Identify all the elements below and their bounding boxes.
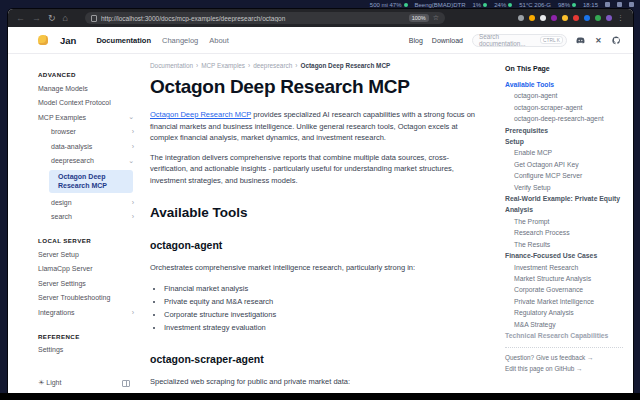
breadcrumb-item-current: Octagon Deep Research MCP (300, 62, 390, 69)
docs-sidebar: ADVANCED Manage Models Model Context Pro… (8, 54, 140, 393)
breadcrumb-item[interactable]: MCP Examples (201, 62, 245, 69)
extension-icon[interactable] (606, 15, 612, 21)
sidebar-item-deepresearch[interactable]: deepresearch⌄ (38, 154, 134, 169)
x-twitter-icon[interactable]: ✕ (594, 36, 603, 45)
breadcrumb-item[interactable]: Documentation (150, 62, 193, 69)
nav-about[interactable]: About (209, 36, 229, 45)
toc-link-investment-research[interactable]: Investment Research (505, 262, 623, 273)
forward-button-icon[interactable]: → (32, 9, 41, 27)
tool1-bullet-list: Financial market analysis Private equity… (164, 282, 485, 334)
sidebar-item-browser[interactable]: browser› (38, 125, 134, 140)
toc-link-the-results[interactable]: The Results (505, 239, 623, 250)
toc-link-octagon-deep-research-agent[interactable]: octagon-deep-research-agent (505, 113, 623, 124)
reload-button-icon[interactable]: ↻ (48, 9, 56, 27)
extension-icon[interactable] (540, 15, 546, 21)
browser-menu-icon[interactable]: ⋮ (617, 14, 625, 22)
extension-icon[interactable] (562, 15, 568, 21)
bookmark-icon[interactable]: ☆ (433, 14, 439, 22)
tool1-description: Orchestrates comprehensive market intell… (150, 262, 485, 274)
tray-icon[interactable] (629, 2, 634, 7)
toc-link-prerequisites[interactable]: Prerequisites (505, 125, 623, 136)
sidebar-item-data-analysis[interactable]: data-analysis› (38, 139, 134, 154)
top-nav: Documentation Changelog About (96, 36, 228, 45)
extension-icon[interactable] (551, 15, 557, 21)
extension-icon[interactable] (584, 15, 590, 21)
sidebar-item-settings[interactable]: Settings (38, 343, 134, 358)
blog-link[interactable]: Blog (409, 37, 423, 44)
theme-toggle[interactable]: ☀ Light (38, 379, 61, 387)
sidebar-item-server-troubleshooting[interactable]: Server Troubleshooting (38, 291, 134, 306)
back-button-icon[interactable]: ← (16, 9, 25, 27)
toc-link-regulatory-analysis[interactable]: Regulatory Analysis (505, 307, 623, 318)
brand-name[interactable]: Jan (60, 35, 76, 46)
toc-link-real-world-example[interactable]: Real-World Example: Private Equity Analy… (505, 193, 623, 216)
temperature-status: 51°C 206-G (519, 2, 551, 8)
chevron-right-icon: › (132, 143, 134, 150)
sidebar-item-design[interactable]: design› (38, 195, 134, 210)
toc-link-research-process[interactable]: Research Process (505, 227, 623, 238)
bottom-bar (0, 393, 640, 400)
toc-link-private-market-intelligence[interactable]: Private Market Intelligence (505, 296, 623, 307)
sidebar-item-integrations[interactable]: Integrations› (38, 305, 134, 320)
chevron-right-icon: › (132, 128, 134, 135)
toc-link-ma-strategy[interactable]: M&A Strategy (505, 319, 623, 330)
extension-icon[interactable] (518, 15, 524, 21)
toc-link-verify-setup[interactable]: Verify Setup (505, 182, 623, 193)
nav-documentation[interactable]: Documentation (96, 36, 151, 45)
download-link[interactable]: Download (432, 37, 463, 44)
toc-link-enable-mcp[interactable]: Enable MCP (505, 147, 623, 158)
tool2-description: Specialized web scraping for public and … (150, 376, 485, 388)
toc-link-market-structure-analysis[interactable]: Market Structure Analysis (505, 273, 623, 284)
tool2-heading: octagon-scraper-agent (150, 353, 485, 365)
breadcrumb-item[interactable]: deepresearch (253, 62, 292, 69)
site-header: Jan Documentation Changelog About Blog D… (8, 27, 633, 54)
sidebar-item-model-context-protocol[interactable]: Model Context Protocol (38, 96, 134, 111)
page-title: Octagon Deep Research MCP (150, 76, 485, 98)
url-text[interactable]: http://localhost:3000/docs/mcp-examples/… (101, 15, 405, 22)
sidebar-item-manage-models[interactable]: Manage Models (38, 81, 134, 96)
sidebar-item-mcp-examples[interactable]: MCP Examples⌄ (38, 110, 134, 125)
chevron-right-icon: › (132, 213, 134, 220)
sidebar-item-search[interactable]: search› (38, 210, 134, 225)
sidebar-item-server-setup[interactable]: Server Setup (38, 247, 134, 262)
intro-paragraph: Octagon Deep Research MCP provides speci… (150, 109, 485, 144)
chevron-right-icon: › (132, 199, 134, 206)
jan-logo-icon[interactable] (38, 35, 48, 45)
toc-link-setup[interactable]: Setup (505, 136, 623, 147)
toc-link-technical-research-capabilities[interactable]: Technical Research Capabilities (505, 330, 623, 341)
discord-icon[interactable] (576, 36, 585, 45)
sidebar-item-server-settings[interactable]: Server Settings (38, 276, 134, 291)
toc-link-corporate-governance[interactable]: Corporate Governance (505, 284, 623, 295)
battery-status: 98% (558, 2, 576, 8)
search-input[interactable]: Search documentation... CTRL K (472, 34, 567, 47)
toc-link-finance-focused-use-cases[interactable]: Finance-Focused Use Cases (505, 250, 623, 261)
zoom-level-chip[interactable]: 100% (409, 14, 429, 22)
tool1-heading: octagon-agent (150, 239, 485, 251)
sidebar-item-octagon-deep-research-mcp[interactable]: Octagon Deep Research MCP (49, 170, 133, 193)
search-shortcut-badge: CTRL K (540, 36, 563, 44)
extension-icon[interactable] (529, 15, 535, 21)
extension-icon[interactable] (595, 15, 601, 21)
octagon-link[interactable]: Octagon Deep Research MCP (150, 110, 251, 119)
collapse-sidebar-icon[interactable] (122, 380, 130, 387)
home-button-icon[interactable]: ⌂ (63, 9, 68, 27)
extension-icon[interactable] (573, 15, 579, 21)
github-icon[interactable] (612, 36, 621, 45)
status-dot-icon (483, 3, 487, 7)
feedback-link[interactable]: Question? Give us feedback → (505, 353, 623, 364)
toc-link-octagon-scraper-agent[interactable]: octagon-scraper-agent (505, 102, 623, 113)
site-info-icon[interactable] (91, 15, 97, 22)
tray-icon[interactable] (605, 2, 610, 7)
toc-link-configure-mcp-server[interactable]: Configure MCP Server (505, 170, 623, 181)
edit-on-github-link[interactable]: Edit this page on GitHub → (505, 364, 623, 375)
sidebar-item-llamacpp-server[interactable]: LlamaCpp Server (38, 262, 134, 277)
toc-link-available-tools[interactable]: Available Tools (505, 79, 623, 90)
tray-icon[interactable] (617, 2, 622, 7)
toc-link-get-octagon-api-key[interactable]: Get Octagon API Key (505, 159, 623, 170)
address-bar[interactable]: http://localhost:3000/docs/mcp-examples/… (85, 12, 445, 24)
toc-link-the-prompt[interactable]: The Prompt (505, 216, 623, 227)
toc-link-octagon-agent[interactable]: octagon-agent (505, 90, 623, 101)
nav-changelog[interactable]: Changelog (162, 36, 198, 45)
sun-icon: ☀ (38, 379, 44, 386)
breadcrumb-separator: › (248, 62, 250, 69)
